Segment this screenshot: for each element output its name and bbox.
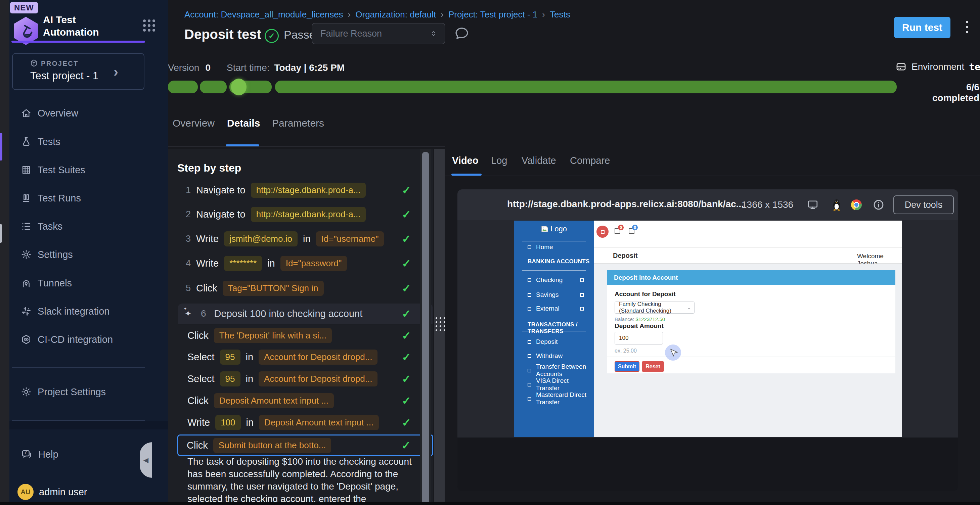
tab-active-underline xyxy=(451,173,482,176)
progress-segment[interactable] xyxy=(275,81,897,93)
project-label: PROJECT xyxy=(41,60,79,67)
run-meta: Version 0 Start time: Today | 6:25 PM xyxy=(168,62,345,73)
step-row-2[interactable]: 2 Navigate to http://stage.dbank.prod-a.… xyxy=(178,205,433,224)
bank-nav-visa-transfer: VISA Direct Transfer xyxy=(514,379,594,390)
tab-video[interactable]: Video xyxy=(452,155,478,166)
ai-sparkle-icon: ✦✦ xyxy=(185,309,196,318)
breadcrumb: Account: Devspace_all_module_licenses › … xyxy=(185,10,570,20)
step-success-icon: ✓ xyxy=(402,394,411,407)
bank-page-title: Deposit xyxy=(613,252,638,260)
mouse-cursor-icon xyxy=(670,349,678,359)
steps-heading: Step by step xyxy=(177,162,241,174)
sidebar-item-cicd-integration[interactable]: CI-CD integration xyxy=(10,331,168,348)
step-value-pill: 95 xyxy=(220,349,240,365)
page-title: Deposit test xyxy=(185,27,261,42)
sidebar-item-tests[interactable]: Tests xyxy=(10,133,168,150)
steps-scrollbar-thumb[interactable] xyxy=(422,152,429,505)
step-success-icon: ✓ xyxy=(402,208,411,221)
chrome-icon xyxy=(851,199,862,210)
project-name: Test project - 1 xyxy=(30,70,99,82)
user-name: admin user xyxy=(39,486,87,498)
splitter-drag-handle[interactable] xyxy=(436,317,445,331)
bank-submit-button: Submit xyxy=(615,361,640,372)
progress-segment[interactable] xyxy=(168,81,198,93)
bank-deposit-card: Account for Deposit Family Checking (Sta… xyxy=(607,285,896,373)
breadcrumb-organization[interactable]: Organization: default xyxy=(355,10,436,20)
start-time-label: Start time: xyxy=(227,62,270,73)
gear-icon xyxy=(21,386,32,397)
dev-tools-button[interactable]: Dev tools xyxy=(893,195,954,214)
sidebar-item-slack-integration[interactable]: Slack integration xyxy=(10,303,168,320)
flask-icon xyxy=(21,136,32,147)
step-selector-pill: Id="username" xyxy=(316,231,384,246)
substep-row-4[interactable]: Click Deposit Amount text input ... ✓ xyxy=(178,391,433,410)
tab-log[interactable]: Log xyxy=(491,155,507,166)
bank-account-select: Family Checking (Standard Checking)⌄ xyxy=(615,302,695,314)
tab-overview[interactable]: Overview xyxy=(173,118,215,129)
version-label: Version xyxy=(168,62,199,73)
edge-indicator-light xyxy=(0,224,2,243)
video-resolution: 1366 x 1536 xyxy=(741,199,793,210)
step-group-label: Deposit 100 into checking account xyxy=(214,308,363,319)
app-grid-icon[interactable] xyxy=(143,19,155,32)
sidebar-divider xyxy=(12,367,145,368)
sidebar-item-test-runs[interactable]: Test Runs xyxy=(10,190,168,206)
video-stage[interactable]: Logo Home BANKING ACCOUNTS Checking Savi… xyxy=(457,220,958,438)
substep-row-5[interactable]: Write 100 in Deposit Amount text input .… xyxy=(178,413,433,432)
step-selector-pill: The 'Deposit' link with a si... xyxy=(214,328,332,343)
sidebar-item-overview[interactable]: Overview xyxy=(10,105,168,122)
substep-row-1[interactable]: Click The 'Deposit' link with a si... ✓ xyxy=(178,326,433,345)
more-options-icon[interactable] xyxy=(964,19,970,35)
window-edge-strip xyxy=(0,0,10,505)
step-success-icon: ✓ xyxy=(402,416,411,429)
sidebar-item-tasks[interactable]: Tasks xyxy=(10,218,168,235)
sidebar-item-project-settings[interactable]: Project Settings xyxy=(10,383,168,400)
step-row-4[interactable]: 4 Write ******** in Id="password" ✓ xyxy=(178,254,433,273)
step-success-icon: ✓ xyxy=(402,257,411,270)
step-value-pill: jsmith@demo.io xyxy=(224,231,298,246)
breadcrumb-tests[interactable]: Tests xyxy=(550,10,570,20)
substep-row-6-selected[interactable]: Click Submit button at the botto... ✓ xyxy=(177,435,433,456)
step-row-3[interactable]: 3 Write jsmith@demo.io in Id="username" … xyxy=(178,229,433,248)
tab-border xyxy=(168,146,445,147)
environment-value: test xyxy=(969,62,980,73)
breadcrumb-account[interactable]: Account: Devspace_all_module_licenses xyxy=(185,10,343,20)
tab-compare[interactable]: Compare xyxy=(570,155,610,166)
sidebar-item-settings[interactable]: Settings xyxy=(10,246,168,263)
sidebar-item-test-suites[interactable]: Test Suites xyxy=(10,162,168,178)
project-selector[interactable]: PROJECT Test project - 1 › xyxy=(12,53,145,90)
avatar: AU xyxy=(18,484,33,500)
gear-icon xyxy=(21,249,32,260)
help-chat-icon: ? xyxy=(21,449,32,460)
tab-validate[interactable]: Validate xyxy=(522,155,556,166)
completed-count: 6/6 completed xyxy=(920,82,979,103)
sidebar: NEW AI Test Automation PROJECT Test proj… xyxy=(10,0,168,505)
chevron-right-icon: › xyxy=(113,64,118,80)
cube-icon xyxy=(30,59,38,67)
video-url-bar: http://stage.dbank.prod-apps.relicx.ai:8… xyxy=(457,189,958,220)
sidebar-item-tunnels[interactable]: Tunnels xyxy=(10,275,168,291)
failure-reason-select[interactable]: Failure Reason xyxy=(312,23,445,44)
app-window: NEW AI Test Automation PROJECT Test proj… xyxy=(0,0,980,505)
recording-indicator xyxy=(597,226,609,238)
tab-details[interactable]: Details xyxy=(227,118,260,129)
run-test-button[interactable]: Run test xyxy=(894,17,950,38)
step-group-6[interactable]: ✦✦ 6 Deposit 100 into checking account ✓ xyxy=(178,303,433,324)
video-frame-bank-app: Logo Home BANKING ACCOUNTS Checking Savi… xyxy=(514,221,902,437)
info-icon[interactable] xyxy=(873,199,885,211)
progress-segment[interactable] xyxy=(200,81,227,93)
step-success-icon: ✓ xyxy=(401,439,411,452)
tab-parameters[interactable]: Parameters xyxy=(272,118,324,129)
user-menu[interactable]: AU admin user xyxy=(10,483,168,500)
step-selector-pill: Account for Deposit dropd... xyxy=(259,349,377,365)
window-bottom-edge xyxy=(0,502,980,505)
tab-active-underline xyxy=(226,145,259,146)
substep-row-2[interactable]: Select 95 in Account for Deposit dropd..… xyxy=(178,348,433,366)
step-row-5[interactable]: 5 Click Tag="BUTTON" Sign in ✓ xyxy=(178,279,433,297)
comment-icon[interactable] xyxy=(454,25,469,41)
video-controls-bar: 01:10 01:33 0.5x 1x 2x 4x 8x 16x skip in… xyxy=(457,438,958,491)
breadcrumb-project[interactable]: Project: Test project - 1 xyxy=(449,10,537,20)
step-row-1[interactable]: 1 Navigate to http://stage.dbank.prod-a.… xyxy=(178,181,433,199)
bank-reset-button: Reset xyxy=(642,361,664,372)
substep-row-3[interactable]: Select 95 in Account for Deposit dropd..… xyxy=(178,369,433,388)
